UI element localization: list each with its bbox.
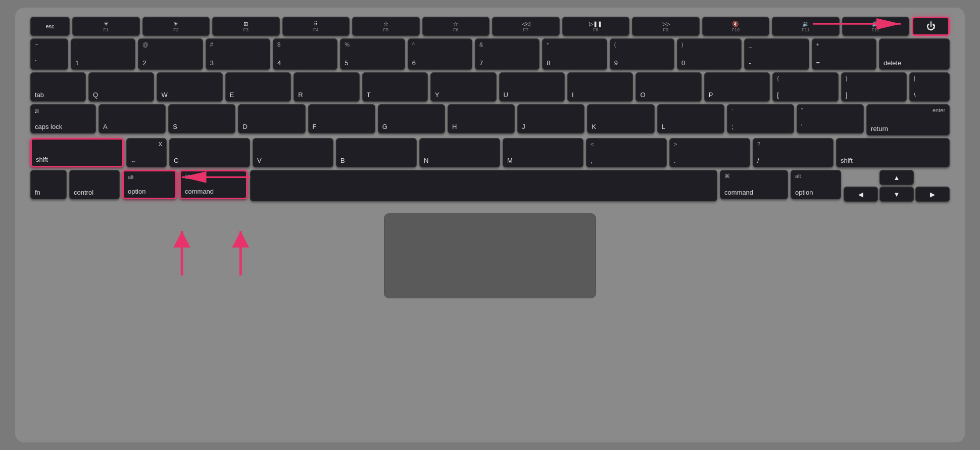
key-5[interactable]: % 5 bbox=[340, 38, 405, 70]
key-arrow-up[interactable]: ▲ bbox=[879, 170, 914, 185]
key-s[interactable]: S bbox=[168, 104, 235, 133]
key-fn-label: fn bbox=[35, 189, 40, 196]
key-g[interactable]: G bbox=[378, 104, 445, 133]
key-l[interactable]: L bbox=[657, 104, 724, 133]
key-a[interactable]: A bbox=[99, 104, 166, 133]
trackpad[interactable] bbox=[384, 213, 596, 298]
key-option-right-label: option bbox=[795, 189, 813, 196]
key-backslash[interactable]: | \ bbox=[909, 72, 950, 102]
key-command-left-top: ⌘ bbox=[185, 174, 190, 181]
key-rbracket[interactable]: } ] bbox=[841, 72, 907, 102]
key-option-right[interactable]: alt option bbox=[791, 170, 841, 199]
key-slash[interactable]: ? / bbox=[753, 138, 834, 167]
key-f10[interactable]: 🔇 F10 bbox=[702, 17, 770, 36]
key-tilde[interactable]: ~ ` bbox=[30, 38, 68, 70]
key-equals[interactable]: + = bbox=[812, 38, 876, 70]
key-m-label: M bbox=[507, 157, 513, 164]
key-command-right-label: command bbox=[724, 189, 753, 196]
key-7[interactable]: & 7 bbox=[475, 38, 540, 70]
key-f[interactable]: F bbox=[308, 104, 375, 133]
key-b[interactable]: B bbox=[336, 138, 417, 167]
key-t[interactable]: T bbox=[362, 72, 428, 102]
key-3-bottom: 3 bbox=[210, 59, 214, 67]
key-o[interactable]: O bbox=[635, 72, 701, 102]
key-7-top: & bbox=[479, 41, 483, 48]
key-f2[interactable]: ☀ F2 bbox=[142, 17, 210, 36]
key-control[interactable]: control bbox=[69, 170, 120, 199]
key-caps-lock[interactable]: · caps lock bbox=[30, 104, 96, 133]
key-z-arrow[interactable]: ← X bbox=[126, 138, 167, 167]
key-esc[interactable]: esc bbox=[30, 17, 70, 36]
key-tilde-bottom: ` bbox=[35, 59, 37, 67]
key-v[interactable]: V bbox=[253, 138, 333, 167]
key-comma[interactable]: < , bbox=[586, 138, 667, 167]
key-n-label: N bbox=[424, 157, 428, 164]
key-h[interactable]: H bbox=[448, 104, 515, 133]
key-c-label: C bbox=[174, 157, 178, 164]
key-e[interactable]: E bbox=[225, 72, 291, 102]
key-command-right[interactable]: ⌘ command bbox=[720, 170, 788, 199]
key-2[interactable]: @ 2 bbox=[138, 38, 203, 70]
key-option-left[interactable]: alt option bbox=[122, 170, 177, 199]
key-f8[interactable]: ▷❚❚ F8 bbox=[562, 17, 630, 36]
arrow-left-icon: ◀ bbox=[858, 191, 863, 198]
key-f12[interactable]: 🔊 F12 bbox=[842, 17, 910, 36]
key-command-left[interactable]: ⌘ command bbox=[179, 170, 248, 199]
key-w[interactable]: W bbox=[157, 72, 222, 102]
key-p-label: P bbox=[709, 91, 713, 99]
key-3[interactable]: # 3 bbox=[206, 38, 270, 70]
key-j[interactable]: J bbox=[517, 104, 584, 133]
key-fn[interactable]: fn bbox=[30, 170, 67, 199]
key-semicolon[interactable]: : ; bbox=[727, 104, 794, 133]
key-0[interactable]: ) 0 bbox=[677, 38, 742, 70]
key-delete[interactable]: delete bbox=[879, 38, 950, 70]
key-1[interactable]: ! 1 bbox=[71, 38, 135, 70]
key-tab[interactable]: tab bbox=[30, 72, 86, 102]
key-p[interactable]: P bbox=[704, 72, 770, 102]
key-5-top: % bbox=[345, 41, 350, 48]
key-minus[interactable]: _ - bbox=[744, 38, 809, 70]
key-q[interactable]: Q bbox=[88, 72, 154, 102]
key-r[interactable]: R bbox=[293, 72, 359, 102]
key-f1[interactable]: ☀ F1 bbox=[72, 17, 140, 36]
key-arrow-right[interactable]: ▶ bbox=[915, 187, 950, 202]
key-i[interactable]: I bbox=[567, 72, 633, 102]
key-8[interactable]: * 8 bbox=[542, 38, 607, 70]
key-return[interactable]: enter return bbox=[866, 104, 950, 136]
key-f5[interactable]: ☆ F5 bbox=[352, 17, 420, 36]
key-quote[interactable]: " ' bbox=[797, 104, 864, 133]
key-esc-label: esc bbox=[45, 23, 54, 29]
key-spacebar[interactable] bbox=[250, 170, 717, 201]
key-m[interactable]: M bbox=[503, 138, 583, 167]
key-f6[interactable]: ☆ F6 bbox=[422, 17, 490, 36]
key-arrow-down[interactable]: ▼ bbox=[879, 187, 914, 202]
key-k[interactable]: K bbox=[587, 104, 654, 133]
key-arrow-left[interactable]: ◀ bbox=[844, 187, 878, 202]
key-f2-icon: ☀ bbox=[173, 21, 178, 27]
key-f3[interactable]: ⊞ F3 bbox=[212, 17, 280, 36]
key-4[interactable]: $ 4 bbox=[273, 38, 337, 70]
key-minus-bottom: - bbox=[749, 59, 751, 67]
key-f3-label: F3 bbox=[243, 27, 249, 32]
key-lbracket[interactable]: { [ bbox=[772, 72, 838, 102]
key-f7[interactable]: ◁◁ F7 bbox=[492, 17, 560, 36]
key-f11[interactable]: 🔉 F11 bbox=[772, 17, 840, 36]
key-y[interactable]: Y bbox=[430, 72, 496, 102]
key-shift-left[interactable]: shift bbox=[30, 138, 124, 167]
key-f4[interactable]: ⠿ F4 bbox=[282, 17, 350, 36]
key-comma-bottom: , bbox=[591, 157, 593, 164]
key-6[interactable]: ^ 6 bbox=[408, 38, 472, 70]
key-u[interactable]: U bbox=[499, 72, 565, 102]
key-d[interactable]: D bbox=[238, 104, 305, 133]
key-f8-label: F8 bbox=[593, 27, 599, 32]
key-f9[interactable]: ▷▷ F9 bbox=[632, 17, 700, 36]
key-0-bottom: 0 bbox=[681, 59, 685, 67]
key-c[interactable]: C bbox=[169, 138, 250, 167]
key-power[interactable]: ⏻ bbox=[912, 17, 950, 36]
key-9[interactable]: ( 9 bbox=[610, 38, 674, 70]
key-s-label: S bbox=[173, 123, 177, 130]
key-n[interactable]: N bbox=[419, 138, 500, 167]
key-shift-right[interactable]: shift bbox=[836, 138, 950, 167]
key-backslash-top: | bbox=[914, 75, 915, 81]
key-period[interactable]: > . bbox=[669, 138, 750, 167]
